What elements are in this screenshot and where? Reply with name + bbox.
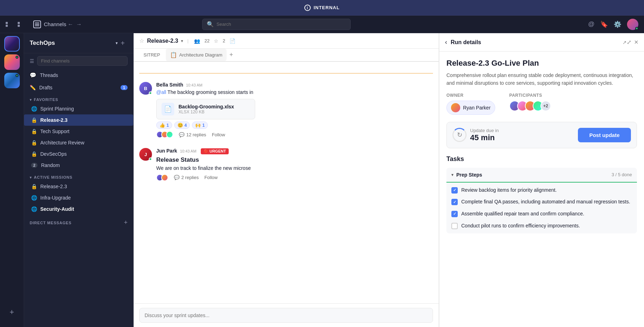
file-name: Backlog-Grooming.xlsx — [178, 104, 234, 109]
sidebar-item-infra-upgrade[interactable]: 🌐 Infra-Upgrade — [24, 192, 133, 203]
smile-emoji: 😊 — [177, 123, 183, 128]
task-3-checkbox[interactable]: ✓ — [451, 211, 458, 217]
missions-chevron: ▾ — [30, 176, 32, 179]
run-external-link[interactable]: ↗ — [622, 40, 627, 45]
run-close-button[interactable]: × — [634, 38, 638, 46]
release-lock-icon: 🔒 — [31, 117, 37, 123]
channel-dropdown-icon[interactable]: ▾ — [181, 38, 183, 43]
favorites-header[interactable]: ▾ FAVORITES — [24, 93, 133, 103]
tab-architecture-diagram[interactable]: 📋 Architecture Diagram — [166, 49, 227, 61]
participants-label: Participants — [509, 93, 551, 98]
bella-avatar-container: B — [139, 82, 152, 95]
run-back-button[interactable]: ‹ — [445, 38, 447, 46]
reaction-raised-hands[interactable]: 🙌 1 — [192, 121, 208, 129]
svg-rect-1 — [35, 24, 39, 25]
sidebar-item-release-2-3-mission[interactable]: 🔒 Release-2.3 — [24, 181, 133, 192]
add-workspace-button[interactable]: + — [4, 304, 20, 320]
jun-reply-count[interactable]: 💬 2 replies — [174, 175, 199, 180]
smile-count: 4 — [185, 123, 187, 128]
task-1-label: Review backlog items for priority alignm… — [461, 187, 557, 194]
workspace-name[interactable]: TechOps — [30, 40, 114, 47]
jun-follow-button[interactable]: Follow — [204, 175, 218, 180]
workspace-bar: + — [0, 33, 24, 327]
devsecops-icon: 🔒 — [31, 151, 37, 157]
reaction-thumbs-up[interactable]: 👍 1 — [156, 121, 172, 129]
table-row: J Jun Park 10:43 AM 🔴 URGENT Release Sta… — [139, 145, 433, 184]
sidebar-item-tech-support[interactable]: 🔒 Tech Support — [24, 126, 133, 137]
active-missions-header[interactable]: ▾ ACTIVE MISSIONS — [24, 171, 133, 181]
run-update-box: ↻ Update due in 45 min Post update — [446, 122, 637, 148]
sidebar-item-drafts[interactable]: ✏️ Drafts 1 — [24, 82, 133, 93]
sidebar-item-threads[interactable]: 💬 Threads — [24, 69, 133, 82]
nav-forward[interactable]: → — [76, 21, 82, 28]
main-area: + TechOps ▾ + ☰ 💬 Threads ✏️ Drafts 1 ▾ … — [0, 33, 644, 327]
online-status-dot — [635, 27, 638, 30]
top-bar-label: INTERNAL — [314, 5, 340, 10]
sidebar-item-security-audit[interactable]: 🌐 Security-Audit — [24, 203, 133, 215]
tab-sitrep[interactable]: SITREP — [139, 49, 164, 62]
workspace-item-3[interactable] — [4, 73, 20, 88]
workspace-item-1[interactable] — [4, 36, 20, 52]
bella-follow-button[interactable]: Follow — [212, 132, 225, 137]
run-details-body: Release-2.3 Go-Live Plan Comprehensive r… — [439, 52, 644, 240]
bella-message-footer: 💬 12 replies Follow — [156, 131, 433, 138]
run-details-header: ‹ Run details ↗ ⤢ × — [439, 33, 644, 52]
sidebar-item-architecture-review[interactable]: 🔒 Architecture Review — [24, 137, 133, 148]
reply-avatar-3 — [166, 131, 173, 138]
list-item: ✓ Assemble qualified repair team and con… — [451, 210, 632, 218]
settings-icon[interactable]: ⚙️ — [614, 20, 621, 28]
task-1-checkbox[interactable]: ✓ — [451, 187, 458, 194]
members-icon[interactable]: 👥 — [194, 38, 200, 44]
add-tab-button[interactable]: + — [229, 51, 233, 59]
search-bar[interactable]: 🔍 — [202, 19, 351, 30]
sidebar-item-devsecops[interactable]: 🔒 DevSecOps — [24, 148, 133, 160]
nav-back[interactable]: ← — [68, 21, 73, 28]
task-4-checkbox[interactable] — [451, 223, 458, 229]
run-header-controls: ⤢ × — [627, 38, 638, 46]
jun-message-header: Jun Park 10:43 AM 🔴 URGENT — [156, 148, 433, 154]
sidebar-item-random[interactable]: 2 Random — [24, 160, 133, 171]
jun-message-text: We are on track to finalize the new micr… — [156, 165, 433, 172]
add-channel-button[interactable]: + — [118, 38, 128, 48]
user-avatar-container[interactable] — [627, 19, 638, 30]
chat-channel-name[interactable]: Release-2.3 — [147, 38, 178, 44]
chat-header: ☆ Release-2.3 ▾ | 👥 22 ☆ 2 📄 — [134, 33, 439, 49]
jun-name: Jun Park — [156, 148, 177, 154]
drafts-label: Drafts — [39, 85, 117, 90]
at-icon[interactable]: @ — [588, 20, 595, 28]
workspace-item-2[interactable] — [4, 54, 20, 70]
task-group-progress: 3 / 5 done — [611, 172, 632, 177]
run-expand-button[interactable]: ⤢ — [627, 39, 631, 46]
sidebar-item-release-2-3[interactable]: 🔒 Release-2.3 — [24, 114, 133, 126]
run-update-timer: ↻ Update due in 45 min — [452, 128, 572, 142]
bella-reply-count[interactable]: 💬 12 replies — [179, 132, 206, 137]
list-item: Conduct pilot runs to confirm efficiency… — [451, 222, 632, 230]
chat-tabs: SITREP 📋 Architecture Diagram + — [134, 49, 439, 62]
sidebar-item-sprint-planning[interactable]: 🌐 Sprint Planning — [24, 103, 133, 114]
docs-icon[interactable]: 📄 — [229, 38, 235, 44]
bella-file-attachment[interactable]: 📄 Backlog-Grooming.xlsx XLSX 120 KB — [156, 99, 255, 119]
run-details-title: Run details — [451, 39, 622, 46]
filter-icon[interactable]: ☰ — [30, 58, 34, 64]
jun-online-dot — [149, 157, 152, 161]
bookmark-icon[interactable]: 🔖 — [600, 20, 608, 28]
reaction-smile[interactable]: 😊 4 — [174, 121, 190, 129]
apps-grid[interactable] — [6, 22, 29, 27]
nav-right: @ 🔖 ⚙️ — [588, 19, 638, 30]
thumbs-up-emoji: 👍 — [159, 123, 165, 128]
bella-time: 10:43 AM — [186, 83, 202, 87]
add-dm-button[interactable]: + — [124, 219, 128, 226]
jun-reply-avatar-2 — [161, 174, 168, 181]
owner-name: Ryan Parker — [463, 105, 491, 111]
search-input[interactable] — [217, 22, 346, 27]
post-update-button[interactable]: Post update — [578, 128, 631, 142]
file-attachment-icon: 📄 — [162, 103, 174, 115]
pin-icon[interactable]: ☆ — [214, 38, 218, 44]
star-icon[interactable]: ☆ — [139, 37, 144, 44]
task-2-checkbox[interactable]: ✓ — [451, 199, 458, 205]
jun-message-title: Release Status — [156, 155, 433, 165]
task-group-header[interactable]: ▾ Prep Steps 3 / 5 done — [446, 168, 637, 183]
find-channels-input[interactable] — [37, 56, 128, 66]
chat-input[interactable] — [139, 308, 433, 323]
channels-button[interactable]: Channels — [33, 20, 66, 28]
